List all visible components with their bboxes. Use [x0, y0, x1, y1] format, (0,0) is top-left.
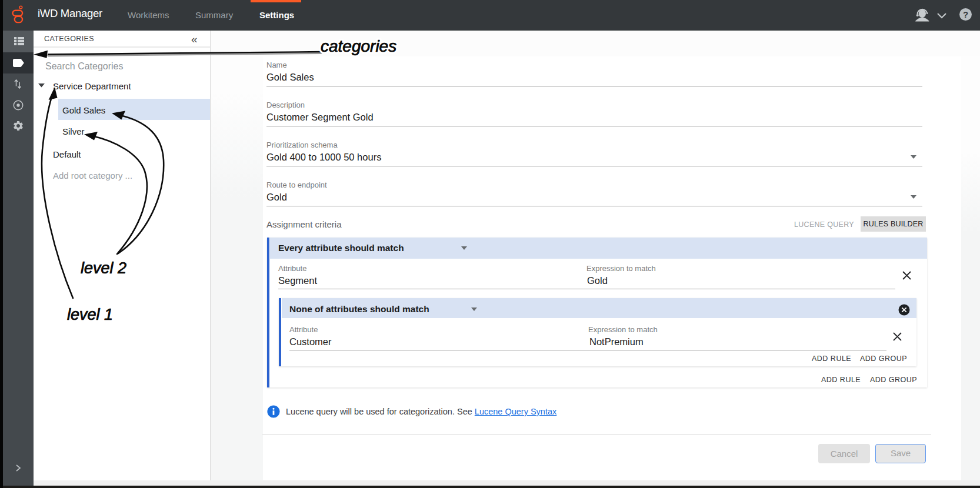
svg-text:level 2: level 2 [81, 259, 126, 277]
svg-text:level 1: level 1 [67, 306, 113, 323]
svg-text:categories: categories [321, 37, 396, 55]
